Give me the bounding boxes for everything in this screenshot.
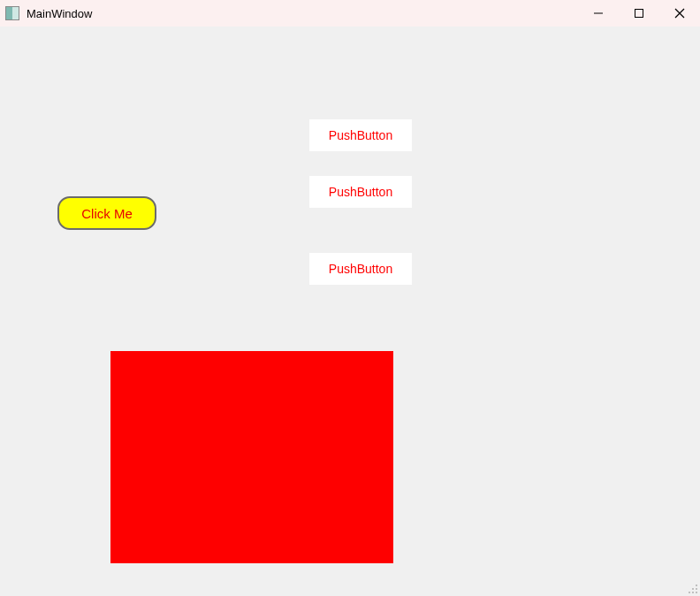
titlebar: MainWindow bbox=[0, 0, 700, 27]
resize-grip-icon[interactable] bbox=[686, 582, 698, 594]
maximize-button[interactable] bbox=[619, 0, 659, 27]
window-controls bbox=[578, 0, 700, 27]
click-me-button[interactable]: Click Me bbox=[57, 196, 156, 230]
minimize-icon bbox=[593, 8, 604, 19]
window-title: MainWindow bbox=[27, 7, 92, 20]
svg-point-4 bbox=[696, 585, 697, 586]
maximize-icon bbox=[634, 8, 644, 19]
svg-point-8 bbox=[692, 592, 694, 593]
close-icon bbox=[674, 8, 685, 19]
svg-rect-1 bbox=[635, 10, 643, 18]
client-area: Click Me PushButton PushButton PushButto… bbox=[0, 27, 700, 596]
push-button-3[interactable]: PushButton bbox=[309, 253, 412, 285]
svg-point-9 bbox=[696, 592, 697, 593]
app-icon bbox=[5, 6, 19, 20]
svg-point-7 bbox=[689, 592, 690, 593]
push-button-2[interactable]: PushButton bbox=[309, 176, 412, 208]
svg-point-5 bbox=[692, 588, 694, 590]
red-panel bbox=[110, 351, 393, 563]
push-button-1[interactable]: PushButton bbox=[309, 119, 412, 151]
close-button[interactable] bbox=[659, 0, 700, 27]
svg-point-6 bbox=[696, 588, 697, 590]
minimize-button[interactable] bbox=[578, 0, 619, 27]
